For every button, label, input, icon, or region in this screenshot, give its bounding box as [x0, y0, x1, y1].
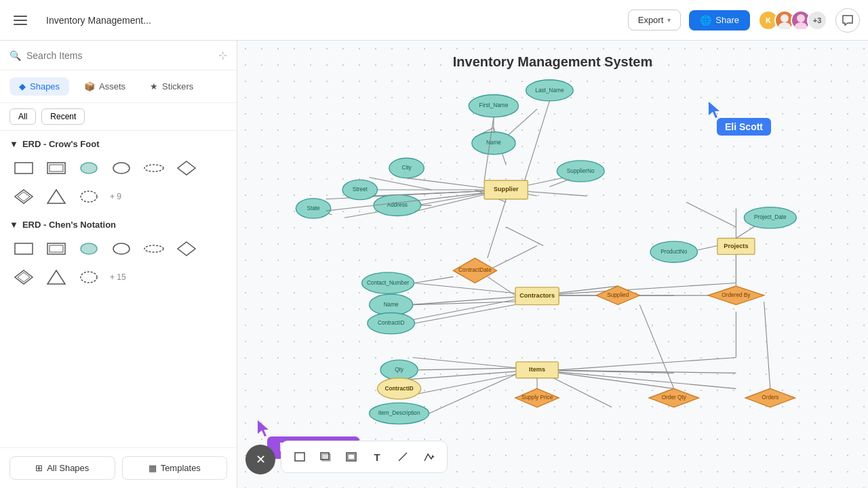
bottom-buttons: ⊞ All Shapes ▦ Templates [0, 447, 237, 488]
svg-text:ContractDate: ContractDate [458, 267, 492, 273]
svg-text:Street: Street [353, 186, 368, 192]
doc-title: Inventory Management... [41, 12, 157, 28]
search-input[interactable] [26, 50, 213, 61]
svg-marker-24 [47, 270, 65, 284]
shape-item[interactable] [75, 184, 103, 209]
svg-marker-135 [709, 102, 719, 118]
svg-text:Order Qty: Order Qty [662, 394, 687, 401]
shape-item[interactable] [42, 237, 71, 261]
stickers-icon: ★ [150, 81, 158, 92]
shape-item[interactable] [9, 156, 38, 180]
shadow-rectangle-tool-button[interactable] [314, 445, 337, 468]
rectangle-tool-button[interactable] [288, 445, 311, 468]
text-tool-button[interactable]: T [366, 445, 389, 468]
svg-line-92 [488, 277, 515, 296]
tab-stickers[interactable]: ★ Stickers [140, 77, 203, 96]
filter-tab-2[interactable]: Recent [41, 108, 85, 125]
shape-item[interactable] [107, 156, 136, 180]
assets-icon: 📦 [84, 81, 95, 92]
eli-scott-label: Eli Scott [717, 118, 771, 136]
close-panel-button[interactable]: ✕ [245, 445, 275, 474]
section-header-chen[interactable]: ▼ ERD - Chen's Notation [9, 220, 227, 230]
svg-line-98 [415, 305, 516, 324]
menu-button[interactable] [8, 8, 33, 33]
svg-marker-143 [431, 454, 434, 458]
shape-item[interactable] [75, 237, 103, 261]
svg-rect-137 [295, 453, 304, 461]
shape-item[interactable] [107, 237, 136, 261]
svg-text:Contractors: Contractors [519, 292, 555, 299]
shape-item[interactable] [140, 237, 168, 261]
shape-item[interactable] [42, 184, 71, 209]
tab-bar: ◆ Shapes 📦 Assets ★ Stickers [0, 70, 237, 103]
draw-tool-button[interactable] [417, 445, 440, 468]
section-erd-crowsfoot: ▼ ERD - Crow's Foot [9, 139, 227, 209]
svg-rect-15 [15, 243, 33, 254]
svg-point-9 [144, 165, 163, 171]
templates-icon: ▦ [149, 463, 157, 473]
frame-tool-button[interactable] [340, 445, 363, 468]
shapes-icon: ◆ [19, 81, 26, 92]
svg-line-78 [372, 191, 484, 196]
shape-item[interactable] [172, 237, 201, 261]
svg-marker-10 [178, 161, 195, 175]
section-erd-chen: ▼ ERD - Chen's Notation [9, 220, 227, 289]
pin-icon[interactable]: ⊹ [218, 49, 227, 62]
shape-item[interactable] [75, 265, 103, 289]
svg-rect-16 [47, 243, 65, 254]
all-shapes-button[interactable]: ⊞ All Shapes [9, 456, 115, 480]
cursor-eli-scott: Eli Scott [709, 102, 771, 136]
canvas-area[interactable]: Inventory Management System .ent { fill:… [237, 41, 868, 488]
svg-point-19 [113, 243, 130, 254]
svg-point-20 [144, 245, 163, 252]
svg-text:Supplied: Supplied [607, 292, 629, 298]
shape-item[interactable] [75, 156, 103, 180]
search-icon: 🔍 [9, 50, 21, 61]
shape-item[interactable] [42, 156, 71, 180]
more-shapes-chen: + 15 [110, 272, 126, 282]
templates-button[interactable]: ▦ Templates [122, 456, 228, 480]
shape-item[interactable] [42, 265, 71, 289]
export-button[interactable]: Export ▾ [628, 9, 682, 30]
search-bar: 🔍 ⊹ [0, 41, 237, 70]
more-shapes-crowsfoot: + 9 [110, 192, 121, 201]
shape-item[interactable] [9, 237, 38, 261]
svg-text:ContractID: ContractID [384, 386, 413, 392]
svg-line-89 [414, 277, 454, 283]
svg-point-2 [797, 14, 805, 22]
svg-point-14 [81, 191, 97, 202]
share-button[interactable]: 🌐 Share [689, 10, 750, 30]
svg-line-80 [415, 195, 485, 211]
svg-text:Qty: Qty [395, 367, 404, 373]
svg-point-25 [81, 272, 97, 283]
svg-text:Orders: Orders [762, 394, 778, 401]
svg-line-132 [764, 302, 770, 388]
avatar-group: K +3 [758, 10, 827, 30]
svg-text:Ordered By: Ordered By [722, 292, 751, 298]
filter-tab-1[interactable]: All [9, 108, 36, 125]
comment-button[interactable] [835, 8, 860, 33]
svg-marker-21 [178, 242, 195, 256]
shape-item[interactable] [140, 156, 168, 180]
shapes-content: ▼ ERD - Crow's Foot [0, 131, 237, 447]
chevron-down-icon: ▾ [667, 16, 671, 24]
line-tool-button[interactable] [391, 445, 414, 468]
shape-item[interactable] [172, 156, 201, 180]
svg-rect-17 [50, 245, 63, 252]
shape-item[interactable] [9, 184, 38, 209]
svg-point-3 [795, 22, 807, 29]
tab-assets[interactable]: 📦 Assets [75, 77, 135, 96]
svg-text:Last_Name: Last_Name [535, 87, 564, 94]
svg-line-29 [370, 178, 432, 190]
svg-text:Supplier: Supplier [494, 186, 519, 192]
shape-item[interactable] [9, 265, 38, 289]
shapes-grid-crowsfoot: + 9 [9, 156, 227, 209]
tab-shapes[interactable]: ◆ Shapes [9, 77, 69, 96]
collapse-arrow-icon: ▼ [9, 139, 18, 149]
svg-rect-4 [15, 163, 33, 174]
svg-text:Supply Price: Supply Price [521, 394, 553, 401]
section-header-crowsfoot[interactable]: ▼ ERD - Crow's Foot [9, 139, 227, 149]
svg-point-18 [81, 243, 97, 254]
svg-text:Items: Items [529, 366, 545, 373]
drawing-toolbar: T [281, 441, 448, 473]
